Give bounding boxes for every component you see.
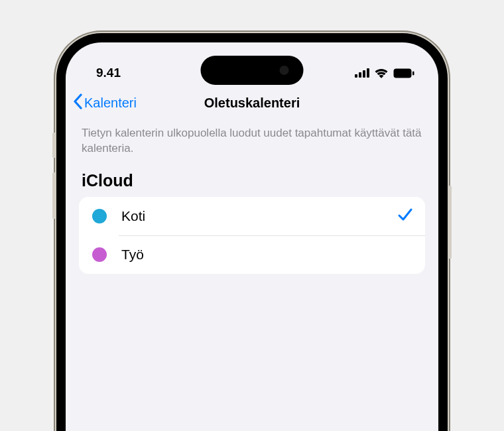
svg-rect-2 — [363, 70, 365, 78]
calendar-color-dot — [92, 247, 107, 262]
status-icons — [355, 68, 414, 78]
settings-description: Tietyn kalenterin ulkopuolella luodut uu… — [66, 119, 438, 168]
calendar-color-dot — [92, 209, 107, 223]
calendar-list: Koti Työ — [79, 197, 425, 274]
section-header: iCloud — [66, 168, 438, 197]
battery-icon — [393, 68, 414, 78]
page-title: Oletuskalenteri — [204, 95, 300, 111]
wifi-icon — [374, 68, 389, 78]
checkmark-icon — [397, 208, 413, 225]
back-label: Kalenteri — [84, 95, 137, 111]
back-button[interactable]: Kalenteri — [72, 93, 137, 113]
calendar-row-koti[interactable]: Koti — [79, 197, 425, 235]
chevron-left-icon — [72, 93, 83, 113]
volume-button — [52, 172, 55, 219]
power-button — [449, 186, 452, 259]
phone-screen: 9.41 Kalenteri Oletuskalenteri — [66, 42, 438, 431]
dynamic-island — [201, 56, 304, 85]
nav-bar: Kalenteri Oletuskalenteri — [66, 88, 438, 119]
phone-frame: 9.41 Kalenteri Oletuskalenteri — [56, 33, 448, 431]
calendar-label: Koti — [121, 208, 397, 224]
cellular-signal-icon — [355, 68, 369, 78]
svg-rect-1 — [359, 72, 361, 78]
calendar-row-tyo[interactable]: Työ — [79, 235, 425, 274]
svg-rect-0 — [355, 74, 357, 78]
status-time: 9.41 — [96, 66, 121, 80]
volume-button — [52, 133, 55, 158]
svg-rect-4 — [394, 68, 412, 78]
svg-rect-3 — [367, 68, 369, 78]
calendar-label: Työ — [121, 247, 413, 263]
svg-rect-5 — [412, 71, 414, 75]
